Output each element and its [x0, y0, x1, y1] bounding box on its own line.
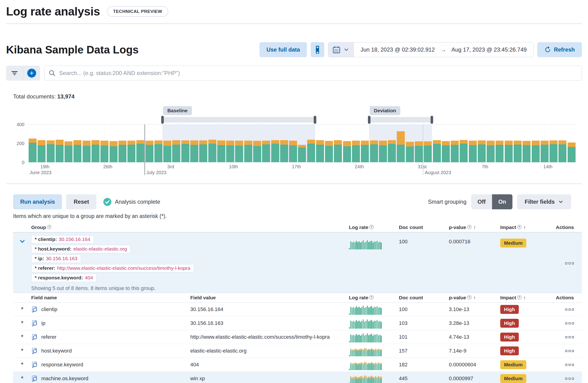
- reset-button[interactable]: Reset: [66, 194, 96, 209]
- histogram-bar[interactable]: [424, 141, 432, 162]
- smart-grouping-off[interactable]: Off: [471, 194, 492, 209]
- histogram-bar[interactable]: [379, 141, 387, 162]
- histogram-bar[interactable]: [442, 141, 450, 162]
- histogram-bar[interactable]: [38, 140, 45, 162]
- histogram-bar[interactable]: [307, 140, 315, 162]
- histogram-bar[interactable]: [208, 140, 216, 162]
- actions-menu-icon[interactable]: [565, 322, 574, 325]
- histogram-bar[interactable]: [100, 141, 108, 162]
- histogram-bar[interactable]: [244, 141, 252, 162]
- deviation-brush-handle-right[interactable]: [431, 116, 433, 124]
- impact-column-header[interactable]: Impact?↑: [500, 225, 556, 230]
- date-picker-quick-menu[interactable]: [328, 42, 354, 57]
- doc-count-column-header[interactable]: Doc count: [399, 295, 449, 301]
- histogram-bar[interactable]: [397, 131, 405, 162]
- field-row[interactable]: *clientip30.156.16.1641003.10e-13High: [13, 303, 582, 316]
- field-row[interactable]: *machine.os.keywordwin xp4450.0000997Med…: [13, 372, 582, 383]
- field-row[interactable]: *ip30.156.16.1631033.28e-13High: [13, 316, 582, 330]
- use-full-data-button[interactable]: Use full data: [259, 42, 307, 57]
- actions-menu-icon[interactable]: [565, 262, 574, 264]
- histogram-bar[interactable]: [64, 141, 72, 162]
- histogram-bar[interactable]: [496, 141, 504, 162]
- group-row[interactable]: * clientip:30.156.16.164* host.keyword:e…: [13, 232, 582, 293]
- histogram-bar[interactable]: [262, 141, 270, 162]
- histogram-bar[interactable]: [532, 141, 540, 162]
- actions-menu-icon[interactable]: [565, 378, 574, 380]
- histogram-bar[interactable]: [406, 142, 414, 162]
- histogram-bar[interactable]: [469, 141, 477, 162]
- histogram-bar[interactable]: [217, 140, 225, 162]
- baseline-brush-handle-right[interactable]: [314, 116, 316, 124]
- histogram-bar[interactable]: [316, 140, 324, 162]
- histogram-bar[interactable]: [47, 140, 55, 162]
- chart-plot-area[interactable]: [28, 124, 576, 162]
- histogram-bar[interactable]: [29, 138, 37, 162]
- actions-menu-icon[interactable]: [565, 308, 574, 311]
- group-item-pill[interactable]: * clientip:30.156.16.164: [31, 235, 94, 244]
- filter-menu-button[interactable]: [6, 66, 23, 81]
- smart-grouping-on[interactable]: On: [492, 194, 512, 209]
- histogram-bar[interactable]: [558, 140, 567, 162]
- date-range-picker[interactable]: Jun 18, 2023 @ 02:39:02.912 → Aug 17, 20…: [328, 42, 533, 57]
- group-item-pill[interactable]: * referer:http://www.elastic-elastic-ela…: [31, 264, 194, 272]
- add-filter-button[interactable]: [23, 66, 40, 81]
- histogram-bar[interactable]: [289, 141, 297, 162]
- impact-column-header[interactable]: Impact?↑: [500, 295, 556, 301]
- run-analysis-button[interactable]: Run analysis: [13, 194, 62, 209]
- histogram-bar[interactable]: [514, 141, 522, 162]
- histogram-bar[interactable]: [549, 140, 558, 162]
- histogram-bar[interactable]: [325, 141, 333, 162]
- histogram-bar[interactable]: [388, 140, 396, 162]
- histogram-bar[interactable]: [235, 141, 243, 162]
- histogram-bar[interactable]: [146, 141, 153, 162]
- histogram-bar[interactable]: [415, 141, 423, 162]
- group-item-pill[interactable]: * response.keyword:404: [31, 274, 96, 282]
- histogram-bar[interactable]: [433, 140, 441, 162]
- date-to[interactable]: Aug 17, 2023 @ 23:45:26.749: [451, 46, 527, 53]
- histogram-bar[interactable]: [127, 141, 135, 162]
- actions-menu-icon[interactable]: [565, 350, 574, 352]
- log-rate-column-header[interactable]: Log rate?: [349, 225, 399, 230]
- field-row[interactable]: *refererhttp://www.elastic-elastic-elast…: [13, 330, 582, 344]
- baseline-brush[interactable]: [162, 117, 315, 123]
- boxes-vertical-icon-button[interactable]: [311, 42, 324, 57]
- log-rate-column-header[interactable]: Log rate?: [349, 295, 399, 301]
- date-from[interactable]: Jun 18, 2023 @ 02:39:02.912: [360, 46, 435, 53]
- histogram-bar[interactable]: [343, 141, 351, 162]
- group-item-pill[interactable]: * ip:30.156.16.163: [31, 255, 81, 263]
- histogram-bar[interactable]: [298, 145, 306, 162]
- histogram-bar[interactable]: [361, 141, 369, 162]
- histogram-bar[interactable]: [56, 140, 63, 162]
- histogram-bar[interactable]: [163, 141, 171, 162]
- histogram-bar[interactable]: [83, 141, 91, 162]
- histogram-bar[interactable]: [280, 140, 288, 162]
- histogram-bar[interactable]: [478, 140, 486, 162]
- histogram-bar[interactable]: [73, 140, 82, 162]
- doc-count-column-header[interactable]: Doc count: [399, 225, 449, 230]
- histogram-bar[interactable]: [154, 140, 162, 162]
- group-item-pill[interactable]: * host.keyword:elastic-elastic-elastic.o…: [31, 245, 130, 253]
- histogram-bar[interactable]: [199, 140, 207, 162]
- histogram-bar[interactable]: [370, 140, 378, 162]
- baseline-brush-handle-left[interactable]: [161, 116, 164, 124]
- histogram-bar[interactable]: [505, 141, 513, 162]
- histogram-bar[interactable]: [567, 142, 576, 162]
- histogram-bar[interactable]: [523, 141, 530, 162]
- histogram-bar[interactable]: [451, 141, 459, 162]
- search-input[interactable]: [44, 66, 582, 81]
- field-name-column-header[interactable]: Field name: [31, 295, 190, 301]
- group-column-header[interactable]: Group?: [31, 225, 349, 230]
- collapse-group-button[interactable]: [19, 238, 26, 246]
- histogram-bar[interactable]: [91, 140, 100, 162]
- histogram-bar[interactable]: [460, 140, 468, 162]
- field-row[interactable]: *response.keyword4041820.00000604Medium: [13, 358, 582, 372]
- field-value-column-header[interactable]: Field value: [190, 295, 349, 301]
- filter-fields-button[interactable]: Filter fields: [517, 194, 571, 209]
- histogram-bar[interactable]: [172, 140, 180, 162]
- histogram-bar[interactable]: [352, 141, 360, 162]
- histogram-bar[interactable]: [190, 140, 198, 162]
- refresh-button[interactable]: Refresh: [537, 42, 582, 57]
- histogram-bar[interactable]: [487, 141, 495, 162]
- deviation-brush-handle-left[interactable]: [368, 116, 371, 124]
- p-value-column-header[interactable]: p-value?↑: [449, 295, 500, 301]
